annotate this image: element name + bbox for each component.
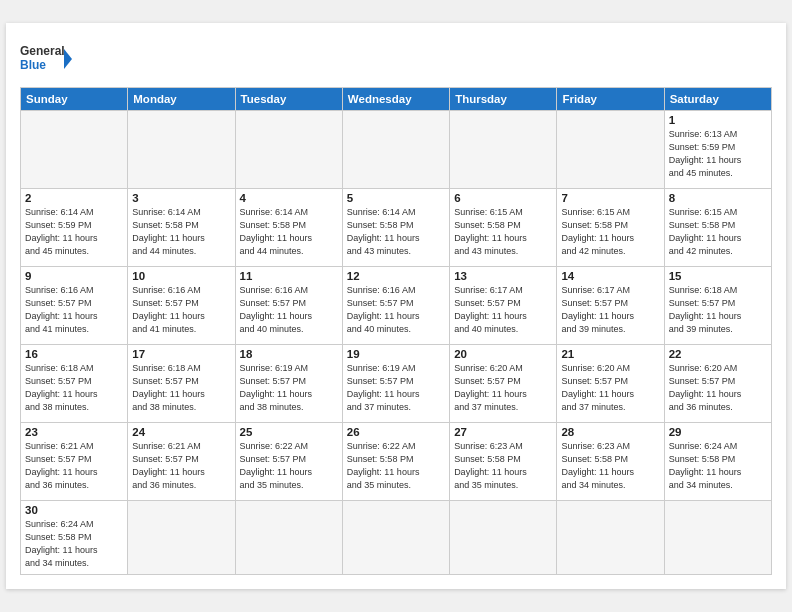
day-info: Sunrise: 6:22 AM Sunset: 5:58 PM Dayligh… (347, 440, 445, 492)
day-info: Sunrise: 6:24 AM Sunset: 5:58 PM Dayligh… (669, 440, 767, 492)
day-cell: 19Sunrise: 6:19 AM Sunset: 5:57 PM Dayli… (342, 344, 449, 422)
weekday-saturday: Saturday (664, 87, 771, 110)
day-cell: 25Sunrise: 6:22 AM Sunset: 5:57 PM Dayli… (235, 422, 342, 500)
day-cell: 14Sunrise: 6:17 AM Sunset: 5:57 PM Dayli… (557, 266, 664, 344)
weekday-friday: Friday (557, 87, 664, 110)
svg-text:Blue: Blue (20, 58, 46, 72)
day-cell: 1Sunrise: 6:13 AM Sunset: 5:59 PM Daylig… (664, 110, 771, 188)
day-info: Sunrise: 6:16 AM Sunset: 5:57 PM Dayligh… (25, 284, 123, 336)
day-cell (342, 110, 449, 188)
day-number: 2 (25, 192, 123, 204)
day-number: 19 (347, 348, 445, 360)
day-number: 6 (454, 192, 552, 204)
day-number: 13 (454, 270, 552, 282)
day-cell (557, 110, 664, 188)
day-number: 4 (240, 192, 338, 204)
svg-marker-2 (64, 49, 72, 69)
day-info: Sunrise: 6:15 AM Sunset: 5:58 PM Dayligh… (561, 206, 659, 258)
day-info: Sunrise: 6:14 AM Sunset: 5:58 PM Dayligh… (240, 206, 338, 258)
day-cell: 17Sunrise: 6:18 AM Sunset: 5:57 PM Dayli… (128, 344, 235, 422)
day-cell: 10Sunrise: 6:16 AM Sunset: 5:57 PM Dayli… (128, 266, 235, 344)
day-info: Sunrise: 6:23 AM Sunset: 5:58 PM Dayligh… (454, 440, 552, 492)
day-cell: 28Sunrise: 6:23 AM Sunset: 5:58 PM Dayli… (557, 422, 664, 500)
day-cell: 7Sunrise: 6:15 AM Sunset: 5:58 PM Daylig… (557, 188, 664, 266)
day-cell (128, 500, 235, 574)
day-info: Sunrise: 6:22 AM Sunset: 5:57 PM Dayligh… (240, 440, 338, 492)
day-cell (21, 110, 128, 188)
svg-text:General: General (20, 44, 65, 58)
day-info: Sunrise: 6:21 AM Sunset: 5:57 PM Dayligh… (25, 440, 123, 492)
day-cell: 9Sunrise: 6:16 AM Sunset: 5:57 PM Daylig… (21, 266, 128, 344)
day-number: 9 (25, 270, 123, 282)
day-number: 22 (669, 348, 767, 360)
day-info: Sunrise: 6:19 AM Sunset: 5:57 PM Dayligh… (240, 362, 338, 414)
logo: General Blue (20, 39, 72, 81)
day-info: Sunrise: 6:15 AM Sunset: 5:58 PM Dayligh… (669, 206, 767, 258)
day-number: 25 (240, 426, 338, 438)
day-cell: 22Sunrise: 6:20 AM Sunset: 5:57 PM Dayli… (664, 344, 771, 422)
day-cell: 18Sunrise: 6:19 AM Sunset: 5:57 PM Dayli… (235, 344, 342, 422)
day-cell: 13Sunrise: 6:17 AM Sunset: 5:57 PM Dayli… (450, 266, 557, 344)
day-number: 24 (132, 426, 230, 438)
day-cell (342, 500, 449, 574)
day-number: 11 (240, 270, 338, 282)
day-number: 10 (132, 270, 230, 282)
day-info: Sunrise: 6:21 AM Sunset: 5:57 PM Dayligh… (132, 440, 230, 492)
day-info: Sunrise: 6:15 AM Sunset: 5:58 PM Dayligh… (454, 206, 552, 258)
day-cell (235, 110, 342, 188)
day-number: 29 (669, 426, 767, 438)
day-number: 16 (25, 348, 123, 360)
day-cell: 16Sunrise: 6:18 AM Sunset: 5:57 PM Dayli… (21, 344, 128, 422)
day-cell: 12Sunrise: 6:16 AM Sunset: 5:57 PM Dayli… (342, 266, 449, 344)
day-cell: 20Sunrise: 6:20 AM Sunset: 5:57 PM Dayli… (450, 344, 557, 422)
weekday-header-row: SundayMondayTuesdayWednesdayThursdayFrid… (21, 87, 772, 110)
day-number: 30 (25, 504, 123, 516)
weekday-wednesday: Wednesday (342, 87, 449, 110)
day-cell: 27Sunrise: 6:23 AM Sunset: 5:58 PM Dayli… (450, 422, 557, 500)
day-info: Sunrise: 6:19 AM Sunset: 5:57 PM Dayligh… (347, 362, 445, 414)
day-cell: 29Sunrise: 6:24 AM Sunset: 5:58 PM Dayli… (664, 422, 771, 500)
week-row-5: 23Sunrise: 6:21 AM Sunset: 5:57 PM Dayli… (21, 422, 772, 500)
day-cell: 26Sunrise: 6:22 AM Sunset: 5:58 PM Dayli… (342, 422, 449, 500)
day-info: Sunrise: 6:13 AM Sunset: 5:59 PM Dayligh… (669, 128, 767, 180)
day-number: 27 (454, 426, 552, 438)
day-info: Sunrise: 6:18 AM Sunset: 5:57 PM Dayligh… (25, 362, 123, 414)
logo-icon: General Blue (20, 39, 72, 81)
day-number: 26 (347, 426, 445, 438)
day-number: 15 (669, 270, 767, 282)
day-cell: 30Sunrise: 6:24 AM Sunset: 5:58 PM Dayli… (21, 500, 128, 574)
day-info: Sunrise: 6:14 AM Sunset: 5:58 PM Dayligh… (347, 206, 445, 258)
day-info: Sunrise: 6:16 AM Sunset: 5:57 PM Dayligh… (240, 284, 338, 336)
calendar-table: SundayMondayTuesdayWednesdayThursdayFrid… (20, 87, 772, 575)
day-number: 14 (561, 270, 659, 282)
day-cell: 2Sunrise: 6:14 AM Sunset: 5:59 PM Daylig… (21, 188, 128, 266)
day-number: 21 (561, 348, 659, 360)
day-cell: 8Sunrise: 6:15 AM Sunset: 5:58 PM Daylig… (664, 188, 771, 266)
day-info: Sunrise: 6:24 AM Sunset: 5:58 PM Dayligh… (25, 518, 123, 570)
day-info: Sunrise: 6:16 AM Sunset: 5:57 PM Dayligh… (347, 284, 445, 336)
weekday-monday: Monday (128, 87, 235, 110)
day-cell: 21Sunrise: 6:20 AM Sunset: 5:57 PM Dayli… (557, 344, 664, 422)
day-info: Sunrise: 6:17 AM Sunset: 5:57 PM Dayligh… (454, 284, 552, 336)
day-number: 20 (454, 348, 552, 360)
day-cell (235, 500, 342, 574)
week-row-4: 16Sunrise: 6:18 AM Sunset: 5:57 PM Dayli… (21, 344, 772, 422)
weekday-sunday: Sunday (21, 87, 128, 110)
day-info: Sunrise: 6:18 AM Sunset: 5:57 PM Dayligh… (132, 362, 230, 414)
day-cell: 3Sunrise: 6:14 AM Sunset: 5:58 PM Daylig… (128, 188, 235, 266)
day-info: Sunrise: 6:18 AM Sunset: 5:57 PM Dayligh… (669, 284, 767, 336)
day-info: Sunrise: 6:20 AM Sunset: 5:57 PM Dayligh… (561, 362, 659, 414)
day-cell (128, 110, 235, 188)
day-info: Sunrise: 6:14 AM Sunset: 5:58 PM Dayligh… (132, 206, 230, 258)
day-cell (557, 500, 664, 574)
week-row-2: 2Sunrise: 6:14 AM Sunset: 5:59 PM Daylig… (21, 188, 772, 266)
day-info: Sunrise: 6:20 AM Sunset: 5:57 PM Dayligh… (669, 362, 767, 414)
day-number: 23 (25, 426, 123, 438)
day-number: 5 (347, 192, 445, 204)
day-cell: 6Sunrise: 6:15 AM Sunset: 5:58 PM Daylig… (450, 188, 557, 266)
week-row-3: 9Sunrise: 6:16 AM Sunset: 5:57 PM Daylig… (21, 266, 772, 344)
day-cell (664, 500, 771, 574)
day-cell (450, 500, 557, 574)
weekday-thursday: Thursday (450, 87, 557, 110)
day-number: 12 (347, 270, 445, 282)
